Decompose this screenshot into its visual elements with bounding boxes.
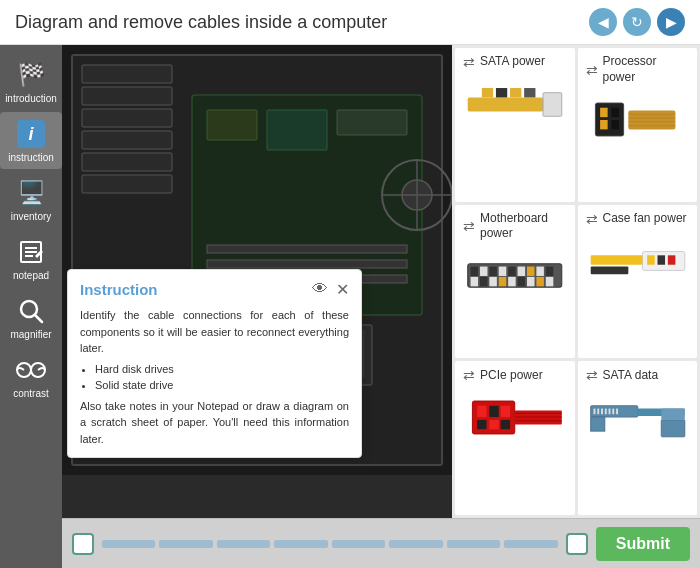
- svg-rect-21: [337, 110, 407, 135]
- cable-card-case-fan-power[interactable]: ⇄ Case fan power: [578, 205, 698, 359]
- sidebar-item-introduction[interactable]: 🏁 introduction: [0, 53, 62, 110]
- svg-rect-15: [82, 131, 172, 149]
- progress-dash-6: [389, 540, 442, 548]
- progress-dash-4: [274, 540, 327, 548]
- svg-rect-22: [207, 245, 407, 253]
- svg-rect-44: [611, 120, 619, 129]
- svg-rect-73: [590, 255, 642, 264]
- cable-image-motherboard-power: [463, 246, 567, 306]
- glasses-icon: [15, 354, 47, 386]
- svg-rect-91: [601, 408, 603, 414]
- popup-body-line2: Also take notes in your Notepad or draw …: [80, 398, 349, 448]
- svg-rect-92: [604, 408, 606, 414]
- sidebar-label-inventory: inventory: [11, 211, 52, 222]
- sidebar-item-inventory[interactable]: 🖥️ inventory: [0, 171, 62, 228]
- svg-rect-16: [82, 153, 172, 171]
- svg-rect-54: [499, 267, 507, 276]
- svg-rect-64: [508, 277, 516, 286]
- eye-icon[interactable]: 👁: [312, 280, 328, 299]
- svg-rect-41: [600, 107, 608, 116]
- svg-rect-57: [527, 267, 535, 276]
- svg-rect-23: [207, 260, 407, 268]
- cable-name-processor-power: Processor power: [603, 54, 690, 85]
- svg-rect-89: [593, 408, 595, 414]
- svg-rect-81: [501, 420, 510, 429]
- svg-rect-61: [480, 277, 488, 286]
- progress-dash-5: [332, 540, 385, 548]
- svg-rect-13: [82, 87, 172, 105]
- svg-rect-87: [590, 417, 604, 431]
- svg-rect-38: [543, 92, 562, 116]
- cable-card-sata-power[interactable]: ⇄ SATA power: [455, 48, 575, 202]
- cable-image-processor-power: [586, 89, 690, 149]
- sidebar-item-magnifier[interactable]: magnifier: [0, 289, 62, 346]
- svg-rect-70: [647, 255, 655, 264]
- svg-rect-51: [471, 267, 479, 276]
- sidebar-item-instruction[interactable]: i instruction: [0, 112, 62, 169]
- popup-body-line1: Identify the cable connections for each …: [80, 307, 349, 357]
- cable-arrows-icon-6: ⇄: [586, 367, 598, 383]
- svg-rect-34: [482, 88, 493, 97]
- svg-rect-79: [477, 420, 486, 429]
- svg-rect-71: [657, 255, 665, 264]
- bottom-dot-2[interactable]: [566, 533, 588, 555]
- cable-card-processor-power[interactable]: ⇄ Processor power: [578, 48, 698, 202]
- svg-line-6: [35, 315, 42, 322]
- popup-title: Instruction: [80, 281, 158, 298]
- svg-rect-68: [546, 277, 554, 286]
- cable-name-pcie-power: PCIe power: [480, 368, 543, 384]
- cable-card-sata-data[interactable]: ⇄ SATA data: [578, 361, 698, 515]
- content-row: SSD PLUS SanDisk I: [62, 45, 700, 518]
- cable-arrows-icon-5: ⇄: [463, 367, 475, 383]
- bottom-bar: Submit: [62, 518, 700, 568]
- cable-image-pcie-power: [463, 387, 567, 447]
- svg-rect-72: [667, 255, 675, 264]
- svg-rect-63: [499, 277, 507, 286]
- cable-name-case-fan-power: Case fan power: [603, 211, 687, 227]
- svg-rect-37: [524, 88, 535, 97]
- svg-rect-96: [661, 420, 685, 437]
- cable-name-sata-power: SATA power: [480, 54, 545, 70]
- computer-image-area: SSD PLUS SanDisk I: [62, 45, 452, 518]
- content-area: SSD PLUS SanDisk I: [62, 45, 700, 568]
- cable-header-pcie-power: ⇄ PCIe power: [463, 367, 567, 383]
- svg-rect-14: [82, 109, 172, 127]
- svg-rect-59: [546, 267, 554, 276]
- bottom-dot-1[interactable]: [72, 533, 94, 555]
- progress-dash-7: [447, 540, 500, 548]
- svg-rect-58: [536, 267, 544, 276]
- svg-rect-95: [616, 408, 618, 414]
- svg-rect-36: [510, 88, 521, 97]
- svg-rect-45: [628, 110, 675, 129]
- progress-dash-8: [504, 540, 557, 548]
- svg-rect-77: [489, 406, 498, 417]
- cable-arrows-icon-3: ⇄: [463, 218, 475, 234]
- magnifier-icon: [15, 295, 47, 327]
- sidebar: 🏁 introduction i instruction 🖥️ inventor…: [0, 45, 62, 568]
- popup-list: Hard disk drives Solid state drive: [95, 361, 349, 394]
- cable-header-sata-power: ⇄ SATA power: [463, 54, 567, 70]
- svg-rect-76: [477, 406, 486, 417]
- close-icon[interactable]: ✕: [336, 280, 349, 299]
- cable-card-motherboard-power[interactable]: ⇄ Motherboard power: [455, 205, 575, 359]
- cable-image-sata-data: [586, 387, 690, 447]
- info-icon: i: [15, 118, 47, 150]
- progress-bar: [102, 540, 558, 548]
- cable-card-pcie-power[interactable]: ⇄ PCIe power: [455, 361, 575, 515]
- sidebar-item-contrast[interactable]: contrast: [0, 348, 62, 405]
- submit-button[interactable]: Submit: [596, 527, 690, 561]
- monitor-icon: 🖥️: [15, 177, 47, 209]
- sidebar-item-notepad[interactable]: notepad: [0, 230, 62, 287]
- sidebar-label-notepad: notepad: [13, 270, 49, 281]
- svg-rect-93: [608, 408, 610, 414]
- cable-arrows-icon-2: ⇄: [586, 62, 598, 78]
- cable-header-sata-data: ⇄ SATA data: [586, 367, 690, 383]
- svg-rect-94: [612, 408, 614, 414]
- cable-arrows-icon-4: ⇄: [586, 211, 598, 227]
- next-button[interactable]: ▶: [657, 8, 685, 36]
- popup-header: Instruction 👁 ✕: [80, 280, 349, 299]
- sidebar-label-magnifier: magnifier: [10, 329, 51, 340]
- svg-rect-60: [471, 277, 479, 286]
- refresh-button[interactable]: ↻: [623, 8, 651, 36]
- prev-button[interactable]: ◀: [589, 8, 617, 36]
